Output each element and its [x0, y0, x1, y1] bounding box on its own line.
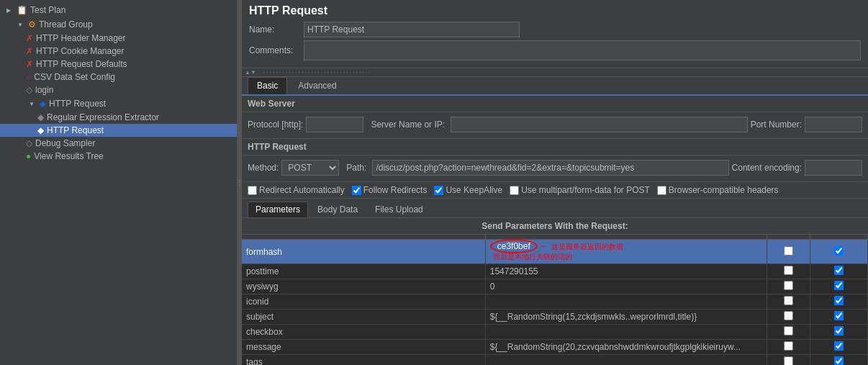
params-title: Send Parameters With the Request: [242, 218, 868, 235]
encode-checkbox[interactable] [784, 246, 793, 256]
sidebar-item-label: HTTP Request Defaults [36, 59, 127, 69]
scroll-up-icon: ▲ [245, 69, 250, 76]
param-include[interactable] [810, 264, 868, 279]
param-include[interactable] [810, 355, 868, 366]
collapse-icon [26, 98, 37, 109]
sub-tab-parameters[interactable]: Parameters [248, 202, 308, 217]
table-row[interactable]: tags [242, 355, 868, 366]
defaults-icon: ✗ [26, 59, 33, 69]
follow-label: Follow Redirects [363, 185, 428, 195]
param-encode[interactable] [767, 264, 810, 279]
method-row: Method: POST Path: Content encoding: [248, 160, 862, 176]
sidebar-item-regex-extractor[interactable]: ◆ Regular Expression Extractor [0, 111, 237, 124]
path-input[interactable] [372, 160, 728, 176]
table-row[interactable]: checkbox [242, 325, 868, 340]
redirect-checkbox-label: Redirect Automatically [248, 185, 345, 195]
follow-checkbox[interactable] [352, 186, 361, 195]
panel-header: HTTP Request Name: Comments: [242, 0, 868, 68]
name-row: Name: [249, 22, 861, 37]
sidebar-item-thread-group[interactable]: ⚙ Thread Group [0, 17, 237, 32]
encode-checkbox[interactable] [784, 341, 793, 351]
sub-tab-body-data[interactable]: Body Data [309, 202, 366, 217]
encode-checkbox[interactable] [784, 296, 793, 305]
sidebar-item-http-request-selected[interactable]: ◆ HTTP Request [0, 124, 237, 137]
encode-checkbox[interactable] [784, 266, 793, 275]
sidebar-item-label: Regular Expression Extractor [47, 112, 159, 122]
table-row[interactable]: posttime1547290155 [242, 264, 868, 279]
sidebar-item-debug-sampler[interactable]: ◇ Debug Sampler [0, 137, 237, 150]
include-checkbox[interactable] [834, 326, 844, 335]
checkboxes-row: Redirect Automatically Follow Redirects … [242, 182, 868, 199]
include-checkbox[interactable] [834, 246, 844, 256]
formhash-value: ce3f0bef [490, 239, 538, 253]
param-include[interactable] [810, 294, 868, 310]
param-encode[interactable] [767, 279, 810, 294]
param-encode[interactable] [767, 355, 810, 366]
table-row[interactable]: message${__RandomString(20,zcxvqabnshwdd… [242, 340, 868, 355]
table-row[interactable]: wysiwyg0 [242, 279, 868, 294]
sidebar-item-csv[interactable]: ○ CSV Data Set Config [0, 71, 237, 84]
sidebar-item-http-header[interactable]: ✗ HTTP Header Manager [0, 32, 237, 45]
name-input[interactable] [304, 22, 520, 37]
sidebar-item-view-results[interactable]: ● View Results Tree [0, 150, 237, 163]
sidebar: 📋 Test Plan ⚙ Thread Group ✗ HTTP Header… [0, 0, 238, 365]
param-value [485, 325, 767, 340]
tab-basic[interactable]: Basic [248, 77, 287, 94]
sidebar-item-http-defaults[interactable]: ✗ HTTP Request Defaults [0, 58, 237, 71]
include-checkbox[interactable] [834, 341, 844, 351]
sub-tab-files-upload[interactable]: Files Upload [367, 202, 431, 217]
param-include[interactable] [810, 310, 868, 325]
param-encode[interactable] [767, 294, 810, 310]
encode-checkbox[interactable] [784, 326, 793, 335]
param-value: ce3f0bef ←这是服务器返回的数据而后是本地行关联的话的 [485, 240, 767, 264]
param-encode[interactable] [767, 310, 810, 325]
comments-input[interactable] [304, 40, 861, 60]
browser-label: Browser-compatible headers [669, 185, 779, 195]
param-name: tags [242, 355, 485, 366]
table-row[interactable]: iconid [242, 294, 868, 310]
keepalive-checkbox[interactable] [434, 186, 443, 195]
include-checkbox[interactable] [834, 356, 844, 365]
server-input[interactable] [451, 117, 748, 132]
param-include[interactable] [810, 240, 868, 264]
port-input[interactable] [805, 117, 862, 132]
sidebar-item-test-plan[interactable]: 📋 Test Plan [0, 3, 237, 17]
sidebar-item-label: Test Plan [30, 5, 65, 15]
param-encode[interactable] [767, 325, 810, 340]
multipart-checkbox[interactable] [510, 186, 519, 195]
param-encode[interactable] [767, 240, 810, 264]
include-checkbox[interactable] [834, 296, 844, 305]
include-checkbox[interactable] [834, 281, 844, 290]
table-row[interactable]: formhashce3f0bef ←这是服务器返回的数据而后是本地行关联的话的 [242, 240, 868, 264]
sidebar-item-http-cookie[interactable]: ✗ HTTP Cookie Manager [0, 45, 237, 58]
path-label: Path: [346, 163, 366, 173]
include-checkbox[interactable] [834, 311, 844, 320]
browser-checkbox[interactable] [657, 186, 666, 195]
param-name: checkbox [242, 325, 485, 340]
http-request-fields: Method: POST Path: Content encoding: [242, 156, 868, 182]
param-include[interactable] [810, 279, 868, 294]
tab-advanced[interactable]: Advanced [289, 77, 345, 94]
param-encode[interactable] [767, 340, 810, 355]
annotation-text: 这是服务器返回的数据 [551, 243, 623, 251]
table-row[interactable]: subject${__RandomString(15,zckdjsmwkls..… [242, 310, 868, 325]
encode-checkbox[interactable] [784, 281, 793, 290]
sidebar-item-label: Debug Sampler [35, 138, 95, 148]
redirect-checkbox[interactable] [248, 186, 257, 195]
content-enc-input[interactable] [805, 160, 862, 176]
encode-checkbox[interactable] [784, 356, 793, 365]
protocol-label: Protocol [http]: [248, 120, 303, 130]
protocol-input[interactable] [306, 117, 363, 132]
header-icon: ✗ [26, 33, 33, 43]
method-select[interactable]: POST [281, 160, 339, 176]
param-include[interactable] [810, 325, 868, 340]
keepalive-label: Use KeepAlive [446, 185, 502, 195]
sidebar-item-login[interactable]: ◇ login [0, 84, 237, 96]
encode-checkbox[interactable] [784, 311, 793, 320]
param-include[interactable] [810, 340, 868, 355]
param-name: subject [242, 310, 485, 325]
sidebar-item-label: HTTP Request [47, 125, 104, 135]
sidebar-item-http-request-group[interactable]: ◆ HTTP Request [0, 96, 237, 111]
include-checkbox[interactable] [834, 266, 844, 275]
method-label: Method: [248, 163, 279, 173]
